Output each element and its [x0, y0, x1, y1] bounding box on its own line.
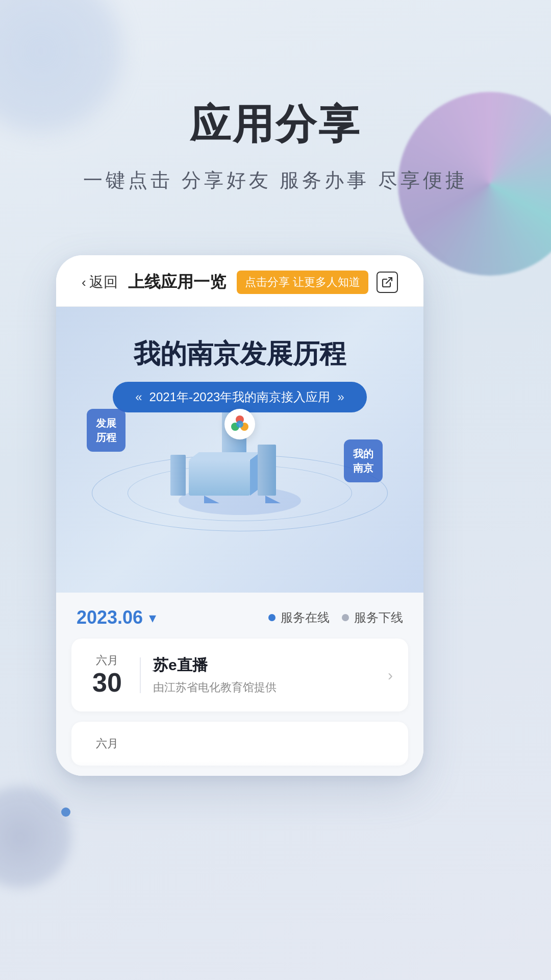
main-title: 应用分享	[0, 102, 551, 147]
svg-marker-6	[189, 452, 260, 460]
back-label: 返回	[89, 273, 118, 292]
online-dot-icon	[268, 614, 276, 621]
legend-online: 服务在线	[268, 609, 330, 626]
svg-rect-8	[170, 455, 186, 496]
pill-right-arrows: »	[337, 390, 344, 404]
header-section: 应用分享 一键点击 分享好友 服务办事 尽享便捷	[0, 0, 551, 193]
svg-point-12	[236, 421, 243, 428]
export-button[interactable]	[377, 272, 398, 293]
chevron-right-icon: ›	[388, 667, 393, 684]
day-number: 30	[87, 668, 128, 697]
list-item-partial[interactable]: 六月	[71, 722, 408, 766]
item-title: 苏e直播	[153, 655, 375, 676]
divider	[140, 657, 141, 693]
date-block: 六月 30	[87, 653, 128, 697]
decorative-timeline-dot	[61, 807, 70, 817]
pill-left-arrows: «	[135, 390, 142, 404]
floating-label-nanjing: 我的南京	[344, 439, 383, 482]
legend-row: 服务在线 服务下线	[268, 609, 403, 626]
pill-text: 2021年-2023年我的南京接入应用	[149, 389, 331, 405]
svg-rect-4	[189, 460, 250, 496]
back-button[interactable]: ‹ 返回	[82, 273, 118, 292]
date-block-partial: 六月	[87, 736, 128, 751]
phone-mockup: ‹ 返回 上线应用一览 点击分享 让更多人知道	[56, 255, 423, 776]
date-text: 2023.06	[77, 607, 143, 628]
export-icon	[381, 276, 393, 288]
label-fazhan-text: 发展历程	[96, 418, 116, 443]
subtitle: 一键点击 分享好友 服务办事 尽享便捷	[0, 167, 551, 193]
phone-topbar: ‹ 返回 上线应用一览 点击分享 让更多人知道	[56, 255, 423, 307]
offline-dot-icon	[342, 614, 349, 621]
legend-online-label: 服务在线	[281, 609, 330, 626]
svg-line-0	[386, 278, 392, 283]
date-selector[interactable]: 2023.06 ▾	[77, 607, 156, 628]
legend-offline: 服务下线	[342, 609, 403, 626]
month-label: 六月	[87, 653, 128, 668]
floating-label-fazhan: 发展历程	[87, 409, 126, 452]
date-dropdown-icon: ▾	[149, 609, 156, 626]
banner-title: 我的南京发展历程	[77, 337, 403, 371]
share-badge[interactable]: 点击分享 让更多人知道	[237, 271, 368, 294]
date-filter-row: 2023.06 ▾ 服务在线 服务下线	[71, 593, 408, 639]
bottom-fade	[71, 761, 408, 776]
month-label-partial: 六月	[87, 736, 128, 751]
topbar-title: 上线应用一览	[118, 271, 237, 293]
logo-icon	[224, 409, 255, 439]
legend-offline-label: 服务下线	[354, 609, 403, 626]
phone-content: 2023.06 ▾ 服务在线 服务下线 六月 30	[56, 593, 423, 776]
label-nanjing-text: 我的南京	[353, 448, 373, 474]
back-chevron-icon: ‹	[82, 275, 86, 290]
list-item[interactable]: 六月 30 苏e直播 由江苏省电化教育馆提供 ›	[71, 639, 408, 712]
item-info: 苏e直播 由江苏省电化教育馆提供	[153, 655, 375, 695]
topbar-right: 点击分享 让更多人知道	[237, 271, 398, 294]
phone-banner: 我的南京发展历程 « 2021年-2023年我的南京接入应用 » 发展历程 我的…	[56, 307, 423, 593]
decorative-blob-bottom-left	[0, 786, 71, 888]
logo-petals-icon	[229, 413, 251, 435]
svg-rect-7	[258, 445, 276, 496]
banner-subtitle-pill: « 2021年-2023年我的南京接入应用 »	[113, 382, 367, 412]
item-subtitle: 由江苏省电化教育馆提供	[153, 680, 375, 695]
